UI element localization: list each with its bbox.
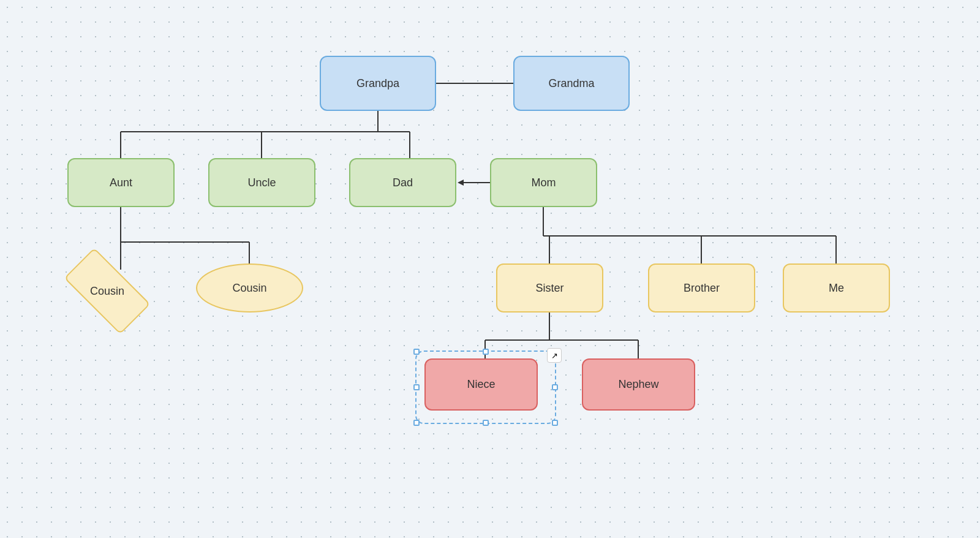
niece-action-icon[interactable]: ↗ [547,348,562,363]
resize-handle-tm[interactable] [483,349,489,355]
brother-node[interactable]: Brother [648,263,755,313]
resize-handle-ml[interactable] [413,384,420,390]
sister-label: Sister [535,282,564,295]
me-node[interactable]: Me [783,263,890,313]
mom-node[interactable]: Mom [490,158,597,207]
grandpa-node[interactable]: Grandpa [320,56,436,111]
nephew-node[interactable]: Nephew [582,358,695,411]
uncle-label: Uncle [247,176,276,189]
resize-handle-mr[interactable] [552,384,558,390]
cousin2-label: Cousin [232,282,266,295]
resize-handle-bm[interactable] [483,420,489,426]
svg-marker-9 [458,180,464,186]
mom-label: Mom [532,176,556,189]
grandma-label: Grandma [548,77,594,90]
resize-handle-tl[interactable] [413,349,420,355]
dad-label: Dad [393,176,413,189]
cousin1-label: Cousin [90,285,124,298]
me-label: Me [829,282,844,295]
grandpa-label: Grandpa [356,77,399,90]
move-icon: ↗ [551,351,558,360]
aunt-node[interactable]: Aunt [67,158,175,207]
resize-handle-bl[interactable] [413,420,420,426]
niece-node[interactable]: Niece [424,358,538,411]
brother-label: Brother [684,282,720,295]
grandma-node[interactable]: Grandma [513,56,630,111]
niece-label: Niece [467,378,495,391]
uncle-node[interactable]: Uncle [208,158,315,207]
family-tree-diagram: Grandpa Grandma Aunt Uncle Dad Mom Cousi… [0,0,980,538]
dad-node[interactable]: Dad [349,158,456,207]
cousin2-node[interactable]: Cousin [196,263,303,313]
aunt-label: Aunt [110,176,132,189]
cousin1-node[interactable]: Cousin [58,263,156,319]
resize-handle-br[interactable] [552,420,558,426]
sister-node[interactable]: Sister [496,263,603,313]
nephew-label: Nephew [618,378,658,391]
